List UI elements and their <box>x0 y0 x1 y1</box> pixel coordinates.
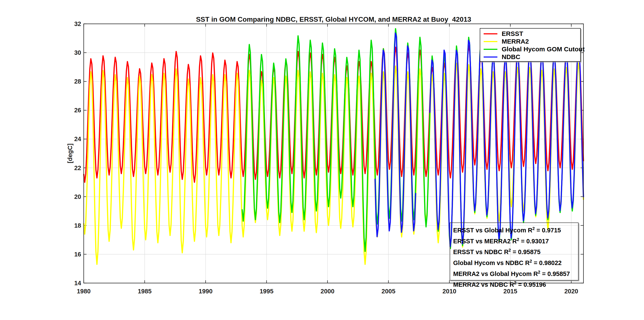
r2-superscript: 2 <box>514 280 516 285</box>
y-tick-label: 16 <box>74 251 81 258</box>
r2-stat-value: = 0.95857 <box>540 270 570 277</box>
r2-stat-value: = 0.98022 <box>532 259 562 266</box>
series-line-ndbc <box>375 33 416 237</box>
y-tick-label: 28 <box>74 78 81 85</box>
y-tick-label: 30 <box>74 49 81 56</box>
r2-stat-line: ERSST vs NDBC R2 = 0.95875 <box>453 246 578 257</box>
y-tick-label: 24 <box>74 136 81 142</box>
r2-stat-line: ERSST vs Global Hycom R2 = 0.9715 <box>453 224 578 235</box>
r2-stat-line: MERRA2 vs NDBC R2 = 0.95196 <box>453 278 578 289</box>
r2-stat-value: = 0.9715 <box>535 227 561 234</box>
r2-stat-line: ERSST vs MERRA2 R2 = 0.93017 <box>453 235 578 246</box>
matlab-figure: SST in GOM Comparing NDBC, ERSST, Global… <box>0 0 644 320</box>
x-tick-label: 2000 <box>320 288 334 295</box>
r2-superscript: 2 <box>508 248 511 252</box>
y-tick-label: 22 <box>74 165 81 171</box>
x-tick-label: 1985 <box>138 288 152 295</box>
r2-stat-line: MERRA2 vs Global Hycom R2 = 0.95857 <box>453 268 578 278</box>
r2-stat-value: = 0.95196 <box>516 281 546 288</box>
x-tick-label: 1980 <box>77 288 91 295</box>
r2-superscript: 2 <box>538 270 540 274</box>
r2-stat-value: = 0.93017 <box>519 237 549 244</box>
r2-stat-pre: MERRA2 vs NDBC R <box>453 281 514 288</box>
x-tick-label: 1990 <box>199 288 213 295</box>
legend-entry-label: MERRA2 <box>502 38 529 45</box>
legend: ERSSTMERRA2Global Hycom GOM CutoutNDBC <box>480 28 581 62</box>
y-tick-label: 26 <box>74 107 81 114</box>
legend-entry-merra2: MERRA2 <box>480 38 580 45</box>
y-tick-label: 18 <box>74 222 81 229</box>
legend-line-sample <box>484 57 498 58</box>
x-tick-label: 1995 <box>260 288 274 295</box>
r2-superscript: 2 <box>530 259 532 263</box>
legend-entry-label: NDBC <box>502 53 520 61</box>
x-tick-label: 2005 <box>382 288 396 295</box>
y-tick-label: 32 <box>74 21 81 27</box>
legend-entry-global-hycom-gom-cutout: Global Hycom GOM Cutout <box>480 45 580 53</box>
legend-line-sample <box>484 41 498 42</box>
r2-stat-pre: Global Hycom vs NDBC R <box>453 259 530 266</box>
legend-line-sample <box>484 49 498 50</box>
chart-title: SST in GOM Comparing NDBC, ERSST, Global… <box>84 16 584 24</box>
r2-stats-box: ERSST vs Global Hycom R2 = 0.9715ERSST v… <box>450 222 578 280</box>
r2-stat-pre: MERRA2 vs Global Hycom R <box>453 270 538 277</box>
legend-line-sample <box>484 33 498 34</box>
legend-entry-ersst: ERSST <box>480 30 580 38</box>
y-axis-label: [degC] <box>66 143 74 163</box>
r2-stat-pre: ERSST vs NDBC R <box>453 248 508 255</box>
r2-stat-line: Global Hycom vs NDBC R2 = 0.98022 <box>453 257 578 268</box>
r2-stats-lines: ERSST vs Global Hycom R2 = 0.9715ERSST v… <box>453 224 578 289</box>
legend-entry-label: Global Hycom GOM Cutout <box>502 45 585 53</box>
legend-entry-label: ERSST <box>502 30 523 38</box>
r2-stat-value: = 0.95875 <box>511 248 540 255</box>
r2-superscript: 2 <box>517 237 519 242</box>
r2-stat-pre: ERSST vs Global Hycom R <box>453 227 532 234</box>
y-tick-label: 20 <box>74 193 81 200</box>
r2-superscript: 2 <box>532 226 535 231</box>
legend-entries: ERSSTMERRA2Global Hycom GOM CutoutNDBC <box>480 30 580 61</box>
r2-stat-pre: ERSST vs MERRA2 R <box>453 237 517 244</box>
y-tick-label: 14 <box>74 280 81 286</box>
legend-entry-ndbc: NDBC <box>480 53 580 61</box>
